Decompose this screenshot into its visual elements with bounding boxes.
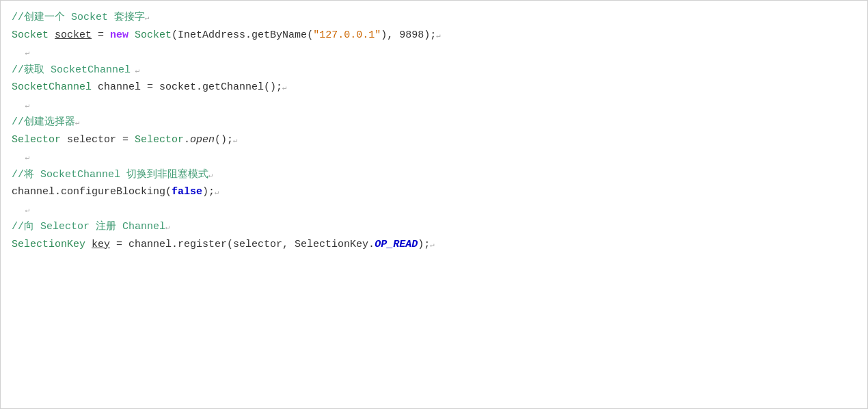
code-token: //获取 SocketChannel bbox=[12, 64, 131, 76]
code-token: "127.0.0.1" bbox=[313, 29, 381, 41]
code-token: ↵ bbox=[208, 171, 213, 179]
code-token: socket bbox=[55, 29, 92, 41]
code-token: channel.configureBlocking( bbox=[12, 186, 172, 198]
code-token: ↵ bbox=[12, 153, 29, 161]
code-token: ↵ bbox=[131, 66, 139, 75]
code-token: = socket.getChannel(); bbox=[141, 81, 282, 93]
code-token: (InetAddress.getByName( bbox=[172, 29, 313, 41]
code-token: ), 9898); bbox=[381, 29, 436, 41]
code-token: ); bbox=[202, 186, 215, 198]
code-token: channel bbox=[98, 81, 141, 93]
code-token: ↵ bbox=[215, 188, 219, 196]
code-token: //向 Selector 注册 Channel bbox=[12, 221, 165, 233]
code-line: ↵ bbox=[12, 96, 856, 114]
code-token: ↵ bbox=[233, 136, 238, 144]
code-token bbox=[128, 29, 135, 41]
code-token: = channel.register(selector, SelectionKe… bbox=[110, 239, 375, 250]
code-token: ↵ bbox=[12, 49, 29, 57]
code-token: = bbox=[92, 29, 110, 41]
code-token: Socket bbox=[135, 29, 172, 41]
code-token: ); bbox=[418, 239, 430, 250]
code-line: //获取 SocketChannel ↵ bbox=[12, 62, 856, 79]
code-block: //创建一个 Socket 套接字↵Socket socket = new So… bbox=[12, 9, 856, 253]
code-token: false bbox=[172, 186, 202, 198]
code-line: ↵ bbox=[12, 44, 856, 62]
code-token: //创建一个 Socket 套接字 bbox=[12, 12, 145, 23]
code-token: //将 SocketChannel 切换到非阻塞模式 bbox=[12, 169, 208, 181]
code-token: ↵ bbox=[165, 223, 170, 231]
code-token: SelectionKey bbox=[12, 239, 92, 250]
code-line: //将 SocketChannel 切换到非阻塞模式↵ bbox=[12, 166, 856, 184]
code-token: new bbox=[110, 29, 128, 41]
code-token: SocketChannel bbox=[12, 81, 98, 93]
code-line: ↵ bbox=[12, 148, 856, 166]
code-line: ↵ bbox=[12, 201, 856, 219]
code-line: SocketChannel channel = socket.getChanne… bbox=[12, 79, 856, 96]
code-token: //创建选择器 bbox=[12, 116, 75, 128]
code-token: = bbox=[116, 134, 135, 146]
code-token: . bbox=[184, 134, 190, 146]
code-line: Selector selector = Selector.open();↵ bbox=[12, 131, 856, 149]
code-token: open bbox=[190, 134, 215, 146]
code-token: ↵ bbox=[282, 83, 287, 92]
code-token: key bbox=[92, 239, 110, 250]
code-line: //向 Selector 注册 Channel↵ bbox=[12, 218, 856, 236]
code-token: OP_READ bbox=[375, 239, 418, 250]
code-line: //创建一个 Socket 套接字↵ bbox=[12, 9, 856, 27]
code-line: //创建选择器↵ bbox=[12, 114, 856, 131]
code-token: Socket bbox=[12, 29, 55, 41]
code-token: selector bbox=[67, 134, 116, 146]
code-line: Socket socket = new Socket(InetAddress.g… bbox=[12, 27, 856, 44]
code-token: (); bbox=[215, 134, 233, 146]
code-token: ↵ bbox=[75, 118, 80, 127]
code-token: ↵ bbox=[12, 206, 29, 214]
code-line: channel.configureBlocking(false);↵ bbox=[12, 183, 856, 201]
code-token: ↵ bbox=[145, 14, 150, 22]
code-editor: //创建一个 Socket 套接字↵Socket socket = new So… bbox=[0, 0, 868, 409]
code-token: ↵ bbox=[436, 31, 441, 40]
code-token: ↵ bbox=[430, 241, 435, 249]
code-token: Selector bbox=[135, 134, 184, 146]
code-token: ↵ bbox=[12, 101, 29, 109]
code-token: Selector bbox=[12, 134, 67, 146]
code-line: SelectionKey key = channel.register(sele… bbox=[12, 236, 856, 254]
